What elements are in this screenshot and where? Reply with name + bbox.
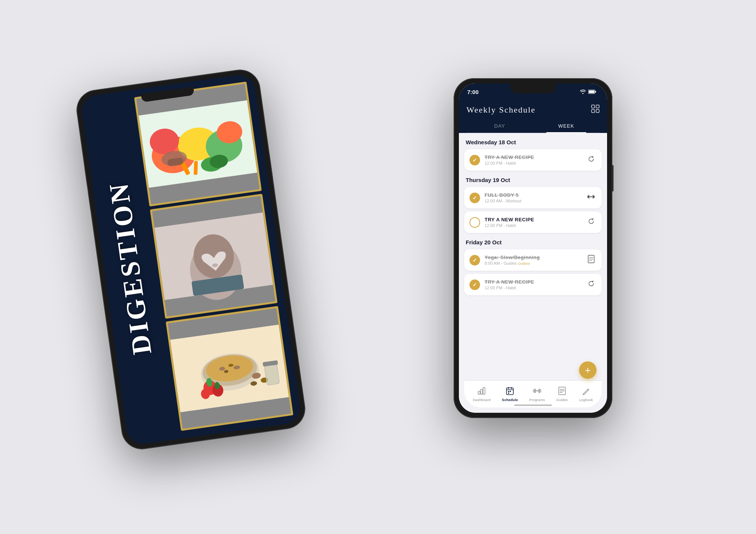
svg-rect-52 xyxy=(478,391,480,394)
schedule-item-thu-2[interactable]: TRY A NEW RECIPE 12:00 PM - Habit xyxy=(464,211,602,233)
grid-icon[interactable] xyxy=(591,105,600,115)
back-phone: DIGESTION xyxy=(74,67,308,452)
schedule-item-fri-1[interactable]: Yoga: Slow/Beginning 8:00 AM - Guides Ou… xyxy=(464,249,602,271)
svg-rect-60 xyxy=(510,391,511,392)
svg-rect-66 xyxy=(536,390,539,391)
status-time: 7:00 xyxy=(467,89,479,95)
svg-rect-63 xyxy=(535,389,536,393)
vol-up-button[interactable] xyxy=(83,168,87,187)
refresh-icon-fri-2 xyxy=(586,280,596,289)
item-name-thu-1: FULL BODY 5 xyxy=(485,192,581,198)
item-info-thu-2: TRY A NEW RECIPE 12:00 PM - Habit xyxy=(485,217,581,228)
svg-rect-45 xyxy=(593,195,593,199)
svg-rect-38 xyxy=(589,91,595,93)
tabs: DAY WEEK xyxy=(466,120,600,133)
wifi-icon xyxy=(580,90,586,94)
day-header-friday: Friday 20 Oct xyxy=(464,239,602,245)
day-header-thursday: Thursday 19 Oct xyxy=(464,177,602,183)
refresh-icon-thu-2 xyxy=(586,218,596,227)
svg-rect-37 xyxy=(595,91,596,93)
day-section-thursday: Thursday 19 Oct FULL BODY 5 12:00 AM - W… xyxy=(464,177,602,233)
schedule-label: Schedule xyxy=(502,398,518,402)
svg-rect-41 xyxy=(592,110,595,113)
day-section-friday: Friday 20 Oct Yoga: Slow/Beginning 8:00 … xyxy=(464,239,602,295)
svg-rect-42 xyxy=(596,110,599,113)
day-header-wednesday: Wednesday 18 Oct xyxy=(464,139,602,145)
front-phone: 7:00 xyxy=(454,78,612,418)
photo-fruits xyxy=(136,84,259,205)
item-time-fri-2: 12:00 PM - Habit xyxy=(485,286,581,290)
item-name-fri-1: Yoga: Slow/Beginning xyxy=(485,255,581,260)
tab-day[interactable]: DAY xyxy=(466,120,533,133)
status-icons xyxy=(580,90,596,94)
item-name-wed-1: TRY A NEW RECIPE xyxy=(485,154,581,160)
item-time-thu-1: 12:00 AM - Workout xyxy=(485,199,581,203)
dashboard-label: Dashboard xyxy=(473,398,491,402)
logbook-icon xyxy=(582,387,590,397)
guide-hint-fri-1: Outdoor xyxy=(518,262,530,265)
item-time-thu-2: 12:00 PM - Habit xyxy=(485,223,581,228)
tab-week[interactable]: WEEK xyxy=(533,120,600,133)
guides-label: Guides xyxy=(556,398,568,402)
svg-rect-39 xyxy=(592,105,595,108)
schedule-item-wed-1[interactable]: TRY A NEW RECIPE 12:00 PM - Habit xyxy=(464,149,602,171)
item-name-fri-2: TRY A NEW RECIPE xyxy=(485,279,581,285)
dumbbell-icon-thu-1 xyxy=(586,193,596,202)
battery-icon xyxy=(588,90,596,94)
front-phone-screen: 7:00 xyxy=(459,83,607,413)
svg-rect-40 xyxy=(596,105,599,108)
check-circle-fri-1[interactable] xyxy=(469,255,480,265)
photo-body xyxy=(152,196,275,317)
check-circle-wed-1[interactable] xyxy=(469,155,480,165)
svg-rect-7 xyxy=(194,161,198,175)
svg-rect-65 xyxy=(540,390,541,392)
day-section-wednesday: Wednesday 18 Oct TRY A NEW RECIPE 12:00 … xyxy=(464,139,602,171)
app-title: Weekly Schedule xyxy=(466,105,536,115)
app-header-row: Weekly Schedule xyxy=(466,105,600,115)
programs-icon xyxy=(533,387,541,397)
item-info-wed-1: TRY A NEW RECIPE 12:00 PM - Habit xyxy=(485,154,581,165)
front-power-button[interactable] xyxy=(612,165,613,191)
item-name-thu-2: TRY A NEW RECIPE xyxy=(485,217,581,222)
svg-rect-43 xyxy=(587,196,589,198)
item-info-fri-1: Yoga: Slow/Beginning 8:00 AM - Guides Ou… xyxy=(485,255,581,265)
check-circle-fri-2[interactable] xyxy=(469,279,480,290)
photo-food xyxy=(168,308,291,429)
bottom-nav: Dashboard Schedule xyxy=(464,380,602,407)
nav-item-schedule[interactable]: Schedule xyxy=(502,387,518,402)
item-time-fri-1: 8:00 AM - Guides Outdoor xyxy=(485,261,581,265)
svg-rect-53 xyxy=(481,389,483,394)
app-header: Weekly Schedule DAY xyxy=(459,100,607,133)
item-info-fri-2: TRY A NEW RECIPE 12:00 PM - Habit xyxy=(485,279,581,290)
dashboard-icon xyxy=(477,387,486,397)
document-icon-fri-1 xyxy=(586,255,596,265)
guides-icon xyxy=(558,387,566,397)
logbook-label: Logbook xyxy=(579,398,593,402)
schedule-item-fri-2[interactable]: TRY A NEW RECIPE 12:00 PM - Habit xyxy=(464,274,602,295)
refresh-icon-wed-1 xyxy=(586,155,596,165)
svg-rect-59 xyxy=(508,391,509,392)
scene: DIGESTION xyxy=(76,40,680,494)
nav-item-programs[interactable]: Programs xyxy=(529,387,545,402)
front-phone-notch xyxy=(510,83,556,93)
svg-rect-61 xyxy=(508,392,509,394)
svg-line-71 xyxy=(587,389,588,390)
photo-frame-food xyxy=(166,306,293,431)
svg-rect-46 xyxy=(593,196,595,198)
svg-rect-47 xyxy=(589,196,593,197)
photo-frame-body xyxy=(150,194,278,319)
nav-item-dashboard[interactable]: Dashboard xyxy=(473,387,491,402)
nav-item-logbook[interactable]: Logbook xyxy=(579,387,593,402)
svg-rect-54 xyxy=(483,387,485,394)
power-button[interactable] xyxy=(269,153,274,179)
schedule-icon xyxy=(506,387,514,397)
item-info-thu-1: FULL BODY 5 12:00 AM - Workout xyxy=(485,192,581,203)
item-time-wed-1: 12:00 PM - Habit xyxy=(485,161,581,165)
nav-item-guides[interactable]: Guides xyxy=(556,387,568,402)
home-indicator xyxy=(514,404,552,406)
check-circle-thu-1[interactable] xyxy=(469,193,480,203)
fab-add-button[interactable]: + xyxy=(579,361,596,379)
schedule-item-thu-1[interactable]: FULL BODY 5 12:00 AM - Workout xyxy=(464,187,602,208)
vol-down-button[interactable] xyxy=(87,192,91,211)
check-circle-thu-2[interactable] xyxy=(469,217,480,228)
